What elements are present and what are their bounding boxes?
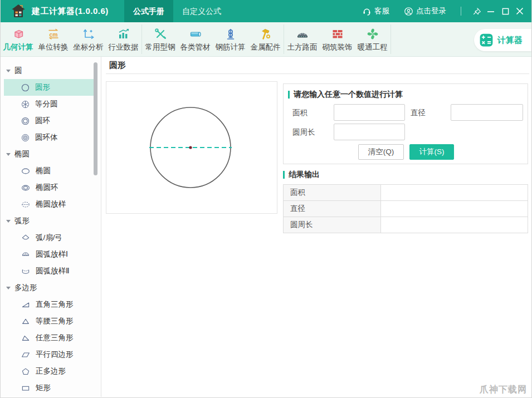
sidebar-item-label: 圆环体 xyxy=(35,132,58,143)
hammer-icon xyxy=(259,27,272,41)
ellipse-loft-icon xyxy=(21,200,31,209)
sidebar-item-label: 圆弧放样Ⅰ xyxy=(36,249,68,259)
group-polygon[interactable]: 多边形 xyxy=(1,279,101,296)
svg-text:cm: cm xyxy=(49,31,57,38)
group-circle[interactable]: 圆 xyxy=(1,62,101,79)
toolbar-item-label: 砌筑装饰 xyxy=(323,42,353,52)
calculator-label: 计算器 xyxy=(497,35,523,46)
sidebar-tree: 圆 圆形 等分圆 圆环 圆环体 椭圆 xyxy=(1,57,101,397)
results-title: 结果输出 xyxy=(289,170,320,180)
sidebar-item-arc-loft-2[interactable]: 圆弧放样Ⅱ xyxy=(4,263,94,279)
sidebar-item-isosceles-triangle[interactable]: 等腰三角形 xyxy=(4,313,94,330)
customer-service-button[interactable]: 客服 xyxy=(362,6,389,16)
pin-button[interactable] xyxy=(469,0,484,22)
clear-button[interactable]: 清空(Q) xyxy=(358,144,404,160)
input-panel: 请您输入任意一个数值进行计算 面积 直径 圆周长 清空(Q) 计算(S) xyxy=(283,83,528,164)
input-panel-header: 请您输入任意一个数值进行计算 xyxy=(288,90,403,100)
sidebar-item-ellipse[interactable]: 椭圆 xyxy=(4,163,94,179)
toolbar-item-masonry[interactable]: 砌筑装饰 xyxy=(320,22,355,56)
sidebar-item-parallelogram[interactable]: 平行四边形 xyxy=(4,346,94,363)
circle-icon xyxy=(21,83,30,92)
accent-bar xyxy=(288,91,290,99)
toolbar-item-geometry[interactable]: 几何计算 xyxy=(1,22,36,56)
sidebar-item-torus[interactable]: 圆环体 xyxy=(4,129,94,146)
close-button[interactable] xyxy=(513,0,527,22)
ellipse-ring-icon xyxy=(21,183,31,193)
area-input[interactable] xyxy=(334,104,405,121)
scalene-triangle-icon xyxy=(21,333,31,343)
toolbar-item-industry-data[interactable]: 行业数据 xyxy=(106,22,141,56)
sidebar-item-arc-loft-1[interactable]: 圆弧放样Ⅰ xyxy=(4,246,94,263)
sidebar-item-ellipse-loft[interactable]: 椭圆放样 xyxy=(4,196,94,213)
sidebar-item-ellipse-ring[interactable]: 椭圆环 xyxy=(4,179,94,196)
sidebar-item-right-triangle[interactable]: 直角三角形 xyxy=(4,296,94,313)
login-button[interactable]: 点击登录 xyxy=(404,6,446,16)
toolbar-item-label: 单位转换 xyxy=(38,42,69,52)
torus-icon xyxy=(21,133,30,143)
ellipse-icon xyxy=(21,166,31,176)
toolbar-item-earthwork[interactable]: 土方路面 xyxy=(285,22,320,56)
toolbar-item-rebar[interactable]: 钢筋计算 xyxy=(213,22,248,56)
sidebar-item-any-triangle[interactable]: 任意三角形 xyxy=(4,330,94,346)
calculator-button[interactable]: 计算器 xyxy=(474,29,531,51)
group-label: 弧形 xyxy=(14,216,30,226)
toolbar-item-label: 行业数据 xyxy=(109,42,139,52)
toolbar-item-label: 各类管材 xyxy=(180,42,211,52)
sidebar-scrollbar[interactable] xyxy=(94,62,97,175)
titlebar-right: 客服 点击登录 xyxy=(362,0,531,22)
results-table: 面积 直径 圆周长 xyxy=(283,184,528,233)
maximize-button[interactable] xyxy=(498,0,513,22)
group-ellipse[interactable]: 椭圆 xyxy=(1,146,101,163)
toolbar-item-metal-fittings[interactable]: 金属配件 xyxy=(248,22,283,56)
toolbar-separator xyxy=(391,24,391,54)
area-label: 面积 xyxy=(292,108,308,118)
result-circumference-label: 圆周长 xyxy=(284,217,381,233)
toolbar-item-hvac[interactable]: 暖通工程 xyxy=(355,22,390,56)
sidebar-item-label: 弧/扇/弓 xyxy=(36,233,62,243)
group-label: 椭圆 xyxy=(14,149,30,159)
toolbar-item-steel[interactable]: 常用型钢 xyxy=(143,22,178,56)
sidebar-item-label: 直角三角形 xyxy=(36,299,74,309)
group-label: 多边形 xyxy=(14,283,37,293)
user-icon xyxy=(404,7,413,16)
sidebar-item-ring[interactable]: 圆环 xyxy=(4,112,94,129)
parallelogram-icon xyxy=(21,350,31,360)
sidebar-item-label: 平行四边形 xyxy=(36,350,74,360)
sidebar-item-circle[interactable]: 圆形 xyxy=(4,79,94,96)
rectangle-icon xyxy=(21,384,31,393)
titlebar-divider xyxy=(461,7,461,16)
toolbar-item-unit-convert[interactable]: cm 单位转换 xyxy=(36,22,71,56)
sidebar-item-label: 等分圆 xyxy=(35,99,58,109)
toolbar-separator xyxy=(141,24,142,54)
sidebar-item-label: 等腰三角形 xyxy=(36,316,74,326)
page-title: 圆形 xyxy=(109,60,126,71)
app-window: 建工计算器(1.0.0.6) 公式手册 自定义公式 客服 xyxy=(0,0,532,398)
pipe-icon xyxy=(189,27,202,41)
chevron-down-icon xyxy=(6,70,11,72)
table-row: 圆周长 xyxy=(284,217,528,233)
diameter-label: 直径 xyxy=(411,108,426,118)
login-label: 点击登录 xyxy=(416,6,446,16)
tab-formula-manual[interactable]: 公式手册 xyxy=(124,0,173,22)
tab-custom-formula[interactable]: 自定义公式 xyxy=(173,0,230,22)
toolbar-item-coordinate[interactable]: 坐标分析 xyxy=(71,22,106,56)
group-arc[interactable]: 弧形 xyxy=(1,213,101,229)
sidebar-item-label: 椭圆放样 xyxy=(36,199,66,209)
minimize-button[interactable] xyxy=(484,0,498,22)
circle-diagram xyxy=(106,82,277,213)
sidebar-item-regular-polygon[interactable]: 正多边形 xyxy=(4,363,94,380)
result-diameter-label: 直径 xyxy=(284,201,381,217)
axis-icon xyxy=(82,27,95,41)
titlebar: 建工计算器(1.0.0.6) 公式手册 自定义公式 客服 xyxy=(1,0,531,22)
circumference-input[interactable] xyxy=(334,124,405,140)
sidebar-item-rectangle[interactable]: 矩形 xyxy=(4,380,94,396)
toolbar-item-label: 暖通工程 xyxy=(358,42,388,52)
unit-cm-icon: cm xyxy=(47,27,60,41)
sidebar-item-label: 矩形 xyxy=(36,383,51,393)
sidebar-item-arc-sector-bow[interactable]: 弧/扇/弓 xyxy=(4,229,94,246)
toolbar-item-pipes[interactable]: 各类管材 xyxy=(178,22,213,56)
calculate-button[interactable]: 计算(S) xyxy=(409,144,454,160)
toolbar-item-label: 钢筋计算 xyxy=(216,42,246,52)
diameter-input[interactable] xyxy=(451,104,523,121)
sidebar-item-divided-circle[interactable]: 等分圆 xyxy=(4,96,94,112)
